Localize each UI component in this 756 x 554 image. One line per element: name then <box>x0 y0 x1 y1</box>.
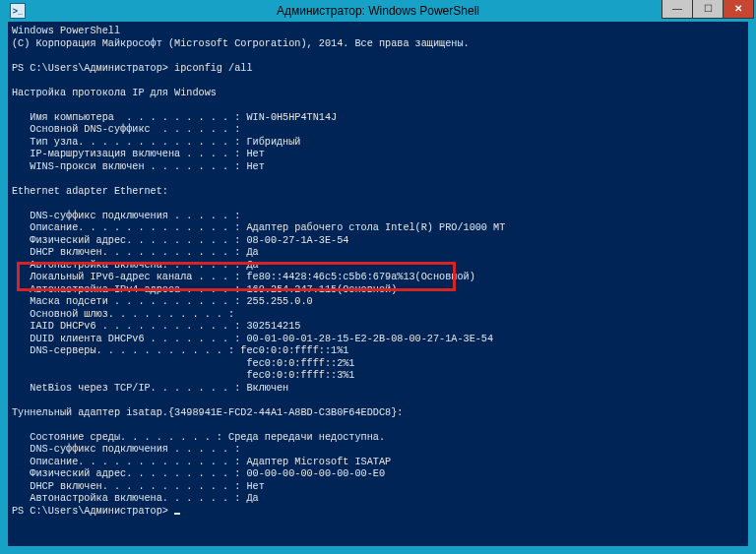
minimize-button[interactable]: — <box>662 0 693 19</box>
line: Настройка протокола IP для Windows <box>12 88 217 98</box>
line: NetBios через TCP/IP. . . . . . . : Вклю… <box>12 383 288 394</box>
cursor-icon <box>174 513 180 515</box>
line: Туннельный адаптер isatap.{3498941E-FCD2… <box>12 407 403 418</box>
line: WINS-прокси включен . . . . . . . : Нет <box>12 161 265 172</box>
window-controls: — ☐ ✕ <box>662 0 754 19</box>
line: Автонастройка включена. . . . . . : Да <box>12 493 259 504</box>
window-title: Администратор: Windows PowerShell <box>277 4 479 18</box>
line: DHCP включен. . . . . . . . . . . : Да <box>12 247 259 258</box>
terminal-output[interactable]: Windows PowerShell (C) Корпорация Майкро… <box>8 22 748 522</box>
line: fec0:0:0:ffff::3%1 <box>12 370 354 381</box>
line: DUID клиента DHCPv6 . . . . . . . : 00-0… <box>12 334 493 344</box>
close-button[interactable]: ✕ <box>723 0 754 19</box>
line: Тип узла. . . . . . . . . . . . . : Гибр… <box>12 137 300 148</box>
prompt[interactable]: PS C:\Users\Администратор> <box>12 506 174 517</box>
line: IP-маршрутизация включена . . . . : Нет <box>12 149 265 159</box>
line: Автонастройка включена. . . . . . : Да <box>12 260 259 271</box>
line: DHCP включен. . . . . . . . . . . : Нет <box>12 481 265 492</box>
line: IAID DHCPv6 . . . . . . . . . . . : 3025… <box>12 321 300 332</box>
titlebar[interactable]: >_ Администратор: Windows PowerShell — ☐… <box>8 0 748 22</box>
line: Физический адрес. . . . . . . . . : 08-0… <box>12 235 348 246</box>
line: Основной шлюз. . . . . . . . . . : <box>12 309 234 320</box>
line: Физический адрес. . . . . . . . . : 00-0… <box>12 468 385 479</box>
line: Состояние среды. . . . . . . . : Среда п… <box>12 432 385 443</box>
line: DNS-серверы. . . . . . . . . . . : fec0:… <box>12 345 348 356</box>
line: (C) Корпорация Майкрософт (Microsoft Cor… <box>12 38 470 49</box>
line: Маска подсети . . . . . . . . . . : 255.… <box>12 296 313 307</box>
line: Описание. . . . . . . . . . . . . : Адап… <box>12 222 505 233</box>
powershell-window: >_ Администратор: Windows PowerShell — ☐… <box>0 0 756 554</box>
line-ipv4-autoconfig: Автонастройка IPv4-адреса . . . . : 169.… <box>12 284 397 295</box>
line: Windows PowerShell <box>12 26 120 36</box>
line: Ethernet adapter Ethernet: <box>12 186 168 197</box>
line: fec0:0:0:ffff::2%1 <box>12 358 354 369</box>
prompt-line: PS C:\Users\Администратор> ipconfig /all <box>12 63 253 74</box>
line: Описание. . . . . . . . . . . . . : Адап… <box>12 457 391 467</box>
maximize-button[interactable]: ☐ <box>692 0 724 19</box>
system-menu-icon[interactable]: >_ <box>10 3 26 19</box>
line: DNS-суффикс подключения . . . . . : <box>12 211 240 221</box>
line: Имя компьютера . . . . . . . . . : WIN-0… <box>12 112 337 123</box>
line: Локальный IPv6-адрес канала . . . : fe80… <box>12 272 475 282</box>
line: DNS-суффикс подключения . . . . . : <box>12 444 240 455</box>
line: Основной DNS-суффикс . . . . . . : <box>12 124 240 135</box>
